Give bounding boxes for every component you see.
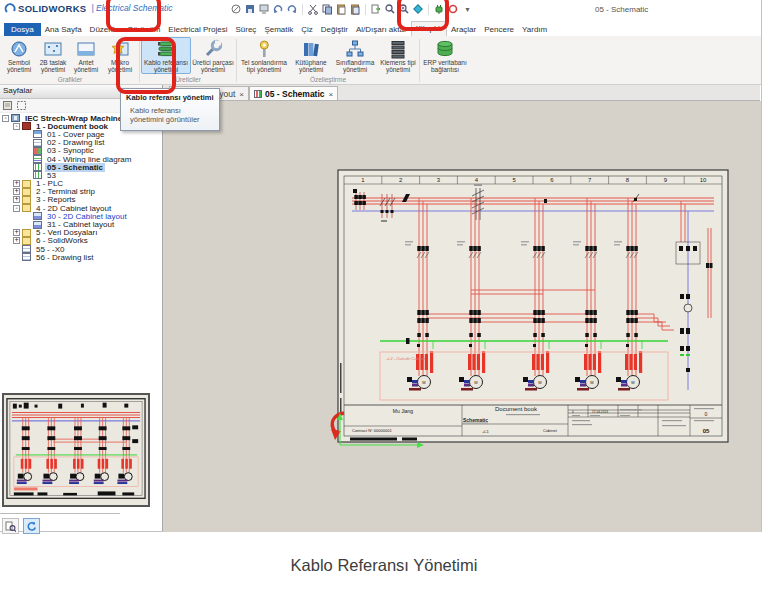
expand-toggle[interactable] bbox=[13, 188, 20, 195]
library-management-button[interactable]: Kütüphane yönetimi bbox=[290, 37, 332, 74]
project-icon bbox=[11, 114, 20, 122]
tree-item-selected[interactable]: 05 - Schematic bbox=[0, 163, 162, 171]
pages-panel: Sayfalar IEC Strech-Wrap Machine 1 - Doc… bbox=[0, 85, 163, 531]
wire-termination-type-button[interactable]: Tel sonlandırma tipi yönetimi bbox=[238, 37, 290, 74]
expand-toggle[interactable] bbox=[13, 180, 20, 187]
menu-gorunum[interactable]: Görünüm bbox=[123, 23, 164, 36]
folder-icon bbox=[22, 188, 31, 196]
product-name: | Electrical Schematic bbox=[91, 3, 172, 13]
cable-reference-management-icon bbox=[156, 39, 176, 59]
menu-surec[interactable]: Süreç bbox=[231, 23, 260, 36]
schematic-drawing: 1 2 3 4 5 6 7 8 9 10 bbox=[163, 101, 761, 532]
wire-termination-type-icon bbox=[254, 39, 274, 59]
ribbon-group-erp: ERP veritabanı bağlantısı bbox=[421, 37, 469, 84]
menu-kitaplik[interactable]: Kitaplık bbox=[411, 21, 447, 36]
menu-yardim[interactable]: Yardım bbox=[518, 23, 551, 36]
preview-button[interactable] bbox=[2, 518, 19, 534]
navigate-icon[interactable] bbox=[412, 3, 424, 15]
collapse-toggle[interactable] bbox=[13, 123, 20, 130]
folder-icon bbox=[22, 229, 31, 237]
menu-duzenle[interactable]: Düzenle bbox=[86, 23, 123, 36]
collapse-toggle[interactable] bbox=[13, 205, 20, 212]
svg-text:+L1: +L1 bbox=[482, 429, 490, 434]
thumbnail-buttons bbox=[2, 518, 40, 534]
separator bbox=[428, 4, 429, 15]
selection-box-icon[interactable] bbox=[16, 100, 27, 111]
splitter[interactable] bbox=[0, 513, 120, 514]
copy-icon[interactable] bbox=[321, 3, 333, 15]
group-label-ozellestirme: Özelleştirme bbox=[238, 75, 418, 84]
column-header: 1 2 3 4 5 6 7 8 9 10 bbox=[344, 176, 722, 184]
group-label-grafikler: Grafikler bbox=[2, 75, 138, 84]
menu-electrical-projesi[interactable]: Electrical Projesi bbox=[164, 23, 231, 36]
synoptic-icon bbox=[33, 147, 42, 155]
ribbon-group-ureticiler: Kablo referansı yönetimi Üretici parçası… bbox=[141, 37, 235, 84]
cut-icon[interactable] bbox=[307, 3, 319, 15]
menu-degistir[interactable]: Değiştir bbox=[317, 23, 352, 36]
document-tabs: layout 05 - Schematic bbox=[163, 85, 760, 101]
expand-toggle[interactable] bbox=[13, 237, 20, 244]
expand-toggle[interactable] bbox=[13, 196, 20, 203]
refresh-icon bbox=[26, 521, 37, 532]
quick-access-toolbar: ▼ bbox=[230, 3, 471, 15]
erp-database-connection-button[interactable]: ERP veritabanı bağlantısı bbox=[421, 37, 469, 74]
tab-05-schematic[interactable]: 05 - Schematic bbox=[249, 86, 338, 100]
close-icon[interactable] bbox=[329, 89, 334, 99]
menu-dosya[interactable]: Dosya bbox=[4, 23, 41, 36]
expand-toggle[interactable] bbox=[13, 229, 20, 236]
tree-item[interactable]: 56 - Drawing list bbox=[0, 253, 162, 261]
folder-icon bbox=[22, 237, 31, 245]
svg-text:M: M bbox=[631, 380, 634, 385]
macro-management-icon bbox=[110, 39, 130, 59]
export-icon[interactable] bbox=[370, 3, 382, 15]
drawing-list-icon bbox=[22, 245, 31, 253]
manufacturer-part-management-button[interactable]: Üretici parçası yönetimi bbox=[191, 37, 235, 74]
symbol-management-button[interactable]: Sembol yönetimi bbox=[2, 37, 36, 74]
zoom-in-icon[interactable] bbox=[398, 3, 410, 15]
compass-icon[interactable] bbox=[230, 3, 242, 15]
tree-item[interactable]: 2 - Terminal strip bbox=[0, 188, 162, 196]
menu-al-disari-aktar[interactable]: Al/Dışarı aktar bbox=[352, 23, 411, 36]
sketch-management-button[interactable]: 2B taslak yönetimi bbox=[36, 37, 70, 74]
terminal-type-management-button[interactable]: Klemens tipi yönetimi bbox=[378, 37, 418, 74]
manufacturer-part-management-icon bbox=[203, 39, 223, 59]
erp-database-connection-icon bbox=[435, 39, 455, 59]
tree-item[interactable]: 53 bbox=[0, 171, 162, 179]
caption: Kablo Referansı Yönetimi bbox=[0, 556, 768, 575]
classification-management-icon bbox=[345, 39, 365, 59]
group-separator bbox=[236, 39, 237, 82]
schematic-canvas[interactable]: 1 2 3 4 5 6 7 8 9 10 bbox=[163, 101, 760, 530]
menu-ana-sayfa[interactable]: Ana Sayfa bbox=[41, 23, 86, 36]
folder-icon bbox=[22, 204, 31, 212]
paste-special-icon[interactable] bbox=[349, 3, 361, 15]
thumbnail-schematic bbox=[4, 395, 148, 505]
brand-name: SOLIDWORKS bbox=[18, 3, 86, 14]
group-label-ureticiler: Üreticiler bbox=[141, 75, 235, 84]
menu-pencere[interactable]: Pencere bbox=[480, 23, 518, 36]
close-icon[interactable] bbox=[239, 89, 244, 99]
refresh-button[interactable] bbox=[23, 518, 40, 534]
undo-icon[interactable] bbox=[272, 3, 284, 15]
book-icon[interactable] bbox=[2, 100, 13, 111]
menu-araclar[interactable]: Araçlar bbox=[447, 23, 480, 36]
zoom-icon[interactable] bbox=[384, 3, 396, 15]
menu-ciz[interactable]: Çiz bbox=[297, 23, 317, 36]
svg-text:10: 10 bbox=[700, 177, 707, 183]
main-area: layout 05 - Schematic bbox=[163, 85, 760, 530]
collapse-toggle[interactable] bbox=[2, 115, 9, 122]
plug-icon[interactable] bbox=[433, 3, 445, 15]
redo-icon[interactable] bbox=[286, 3, 298, 15]
thumbnail-preview[interactable] bbox=[2, 393, 150, 507]
qat-overflow-icon[interactable]: ▼ bbox=[464, 6, 471, 13]
library-management-icon bbox=[301, 39, 321, 59]
save-icon[interactable] bbox=[244, 3, 256, 15]
paste-icon[interactable] bbox=[335, 3, 347, 15]
record-icon[interactable] bbox=[447, 3, 459, 15]
classification-management-button[interactable]: Sınıflandırma yönetimi bbox=[332, 37, 378, 74]
macro-management-button[interactable]: Makro yönetimi bbox=[102, 37, 138, 74]
tree-item[interactable]: 6 - SolidWorks bbox=[0, 237, 162, 245]
title-block-management-button[interactable]: Antet yönetimi bbox=[70, 37, 102, 74]
display-icon[interactable] bbox=[258, 3, 270, 15]
menu-sematik[interactable]: Şematik bbox=[260, 23, 297, 36]
cable-reference-management-button[interactable]: Kablo referansı yönetimi bbox=[141, 37, 191, 74]
